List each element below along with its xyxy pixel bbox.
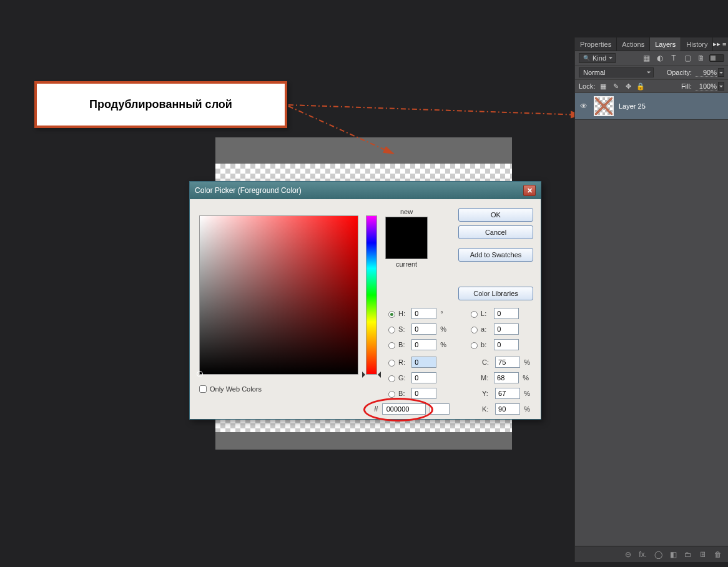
radio-r[interactable] xyxy=(388,360,395,367)
new-color-label: new xyxy=(382,208,431,215)
saturation-value-picker[interactable] xyxy=(199,215,358,375)
filter-kind-dropdown[interactable]: Kind xyxy=(579,53,616,63)
lock-transparency-icon[interactable]: ▦ xyxy=(599,82,607,91)
radio-l[interactable] xyxy=(471,311,478,318)
radio-b[interactable] xyxy=(471,342,478,349)
layer-visibility-icon[interactable]: 👁 xyxy=(579,101,589,111)
lock-label: Lock: xyxy=(579,82,595,90)
input-bv[interactable] xyxy=(411,339,436,350)
lock-all-icon[interactable]: 🔒 xyxy=(636,82,645,91)
input-c[interactable] xyxy=(495,357,520,368)
layer-fx-icon[interactable]: fx. xyxy=(639,550,647,559)
cancel-button[interactable]: Cancel xyxy=(458,225,533,239)
lock-pixels-icon[interactable]: ✎ xyxy=(611,82,620,91)
field-m: M: % xyxy=(481,372,529,383)
field-l: L: xyxy=(471,308,519,319)
input-a[interactable] xyxy=(494,323,519,335)
annotation-callout: Продублированный слой xyxy=(34,81,287,128)
tab-layers[interactable]: Layers xyxy=(650,37,681,51)
opacity-input[interactable] xyxy=(696,69,717,77)
filter-toggle[interactable] xyxy=(709,54,724,62)
close-icon[interactable]: ✕ xyxy=(523,185,536,196)
tab-history[interactable]: History xyxy=(681,37,713,51)
field-k: K: % xyxy=(482,403,530,415)
layer-name-label[interactable]: Layer 25 xyxy=(619,102,646,110)
ok-button[interactable]: OK xyxy=(458,208,533,222)
hue-slider[interactable] xyxy=(366,215,377,375)
hex-row: # xyxy=(374,403,450,415)
sv-cursor xyxy=(197,371,203,377)
radio-a[interactable] xyxy=(471,327,478,333)
adjustment-layer-icon[interactable]: ◧ xyxy=(670,550,677,559)
input-l[interactable] xyxy=(494,308,519,319)
current-color-label: current xyxy=(382,260,431,268)
tab-properties[interactable]: Properties xyxy=(575,37,617,51)
add-mask-icon[interactable]: ◯ xyxy=(654,550,662,559)
field-g: G: xyxy=(388,372,436,383)
dialog-title-text: Color Picker (Foreground Color) xyxy=(195,186,302,195)
layer-item[interactable]: 👁 Layer 25 xyxy=(575,93,728,120)
filter-type-icon[interactable]: T xyxy=(669,54,678,62)
link-layers-icon[interactable]: ⊖ xyxy=(625,550,631,559)
input-s[interactable] xyxy=(411,323,436,335)
filter-type-icons: ▦ ◐ T ▢ 🗎 xyxy=(642,54,706,62)
layer-thumbnail[interactable] xyxy=(594,96,614,116)
input-m[interactable] xyxy=(494,372,519,383)
panel-tabs: Properties Actions Layers History ▸▸ ≡ xyxy=(575,37,728,51)
input-g[interactable] xyxy=(411,372,436,383)
input-r[interactable] xyxy=(411,357,436,368)
lock-position-icon[interactable]: ✥ xyxy=(624,82,632,91)
field-bc: B: xyxy=(388,388,436,399)
annotation-text: Продублированный слой xyxy=(89,98,232,111)
filter-shape-icon[interactable]: ▢ xyxy=(683,54,692,62)
input-b[interactable] xyxy=(494,339,519,350)
field-h: H: ° xyxy=(388,308,443,319)
only-web-colors[interactable]: Only Web Colors xyxy=(199,385,262,393)
field-y: Y: % xyxy=(482,388,530,399)
color-preview: new current xyxy=(382,208,431,268)
blend-mode-dropdown[interactable]: Normal xyxy=(579,67,654,77)
field-c: C: % xyxy=(482,357,530,368)
panel-flyout-button[interactable]: ▸▸ xyxy=(713,37,721,51)
hex-extra-box xyxy=(430,403,450,415)
opacity-dropdown[interactable] xyxy=(718,68,724,77)
filter-smart-icon[interactable]: 🗎 xyxy=(697,54,706,62)
field-bv: B: % xyxy=(388,339,446,350)
input-k[interactable] xyxy=(495,403,520,415)
fill-input[interactable] xyxy=(696,82,717,91)
fill-label: Fill: xyxy=(681,82,692,90)
filter-pixel-icon[interactable]: ▦ xyxy=(642,54,651,62)
new-layer-icon[interactable]: 🗏 xyxy=(699,550,707,559)
only-web-label: Only Web Colors xyxy=(210,385,262,393)
input-bc[interactable] xyxy=(411,388,436,399)
lock-fill-row: Lock: ▦ ✎ ✥ 🔒 Fill: xyxy=(575,80,728,93)
layers-footer: ⊖ fx. ◯ ◧ 🗀 🗏 🗑 xyxy=(575,546,728,562)
radio-bc[interactable] xyxy=(388,391,395,398)
input-h[interactable] xyxy=(411,308,436,319)
fill-dropdown[interactable] xyxy=(718,82,724,91)
opacity-label: Opacity: xyxy=(667,69,692,76)
only-web-checkbox[interactable] xyxy=(199,385,207,393)
radio-g[interactable] xyxy=(388,375,395,382)
color-swatch[interactable] xyxy=(385,217,428,259)
tab-actions[interactable]: Actions xyxy=(617,37,650,51)
input-y[interactable] xyxy=(495,388,520,399)
svg-line-0 xyxy=(288,105,581,115)
delete-layer-icon[interactable]: 🗑 xyxy=(714,550,722,559)
field-a: a: xyxy=(471,323,519,335)
filter-adjustment-icon[interactable]: ◐ xyxy=(656,54,664,62)
dialog-titlebar[interactable]: Color Picker (Foreground Color) ✕ xyxy=(190,182,541,199)
hex-input[interactable] xyxy=(382,403,426,415)
color-libraries-button[interactable]: Color Libraries xyxy=(458,287,533,300)
hex-hash-label: # xyxy=(374,405,378,413)
radio-bv[interactable] xyxy=(388,342,395,349)
hue-slider-marker xyxy=(362,372,381,378)
add-to-swatches-button[interactable]: Add to Swatches xyxy=(458,248,533,262)
layer-list: 👁 Layer 25 xyxy=(575,93,728,546)
radio-s[interactable] xyxy=(388,327,395,333)
group-icon[interactable]: 🗀 xyxy=(684,550,692,559)
blend-opacity-row: Normal Opacity: xyxy=(575,66,728,80)
radio-h[interactable] xyxy=(388,311,395,318)
layer-filter-row: Kind ▦ ◐ T ▢ 🗎 xyxy=(575,51,728,66)
panel-menu-button[interactable]: ≡ xyxy=(721,37,728,51)
